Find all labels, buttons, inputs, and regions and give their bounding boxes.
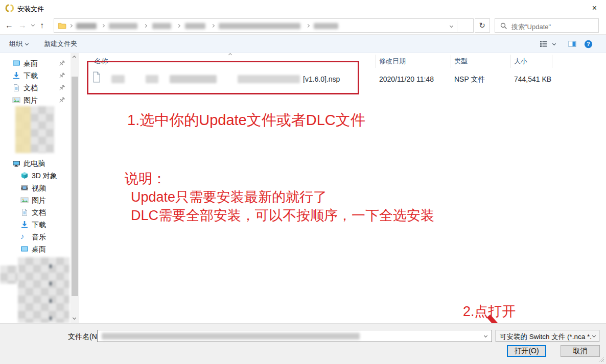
view-details-icon[interactable] (540, 40, 548, 48)
sidebar-item-label: 文档 (24, 84, 38, 93)
sidebar-item-desktop-pc[interactable]: 桌面 (0, 243, 69, 255)
sidebar-scrollbar[interactable] (71, 53, 79, 323)
breadcrumb-segment[interactable] (76, 23, 97, 29)
svg-text:?: ? (587, 41, 590, 47)
filetype-select[interactable]: 可安装的 Switch 文件 (*.nca *. (496, 330, 599, 342)
resize-grip[interactable] (598, 356, 604, 362)
censored-filename-part (146, 75, 158, 83)
documents-icon (20, 208, 29, 216)
column-separator (552, 55, 552, 68)
organize-label: 组织 (9, 39, 22, 48)
sidebar-item-videos[interactable]: 视频 (0, 182, 69, 194)
videos-icon (20, 184, 29, 192)
breadcrumb-segment[interactable] (314, 23, 338, 29)
pictures-icon (20, 196, 29, 204)
sidebar-item-label: 3D 对象 (32, 172, 57, 181)
breadcrumb-chevron-icon (101, 24, 105, 28)
column-header-type[interactable]: 类型 (454, 57, 468, 66)
column-header-date[interactable]: 修改日期 (379, 57, 406, 66)
breadcrumb-segment[interactable] (109, 23, 137, 29)
filename-dropdown-icon[interactable] (484, 334, 487, 337)
column-separator (510, 55, 510, 68)
app-icon (5, 4, 14, 13)
search-box[interactable]: 搜索"Update" (495, 18, 599, 33)
pin-icon (58, 84, 65, 91)
scroll-up-icon[interactable] (73, 56, 76, 59)
new-folder-label: 新建文件夹 (44, 39, 77, 48)
search-input[interactable]: 搜索"Update" (511, 22, 551, 32)
breadcrumb-chevron-icon (69, 24, 73, 28)
column-separator (376, 55, 376, 68)
command-toolbar: 组织 新建文件夹 ? (0, 35, 606, 53)
downloads-icon (20, 221, 29, 229)
sidebar-item-documents[interactable]: 文档 (0, 82, 69, 94)
up-button[interactable]: ↑ (40, 19, 44, 32)
sidebar-item-downloads[interactable]: 下载 (0, 69, 69, 82)
address-dropdown-icon[interactable] (450, 24, 453, 28)
censored-sidebar-strip (0, 265, 18, 284)
filetype-dropdown-icon (592, 334, 596, 337)
sidebar-item-label: 图片 (32, 196, 46, 205)
sidebar-item-this-pc[interactable]: 此电脑 (0, 157, 69, 169)
new-folder-button[interactable]: 新建文件夹 (44, 35, 77, 53)
sidebar-item-label: 此电脑 (24, 159, 45, 168)
censored-filename-part (170, 75, 217, 83)
preview-pane-icon[interactable] (568, 40, 576, 48)
breadcrumb-segment[interactable] (219, 23, 300, 29)
organize-button[interactable]: 组织 (9, 35, 28, 53)
history-dropdown-icon[interactable] (31, 23, 35, 27)
help-icon[interactable]: ? (584, 40, 592, 48)
filetype-value: 可安装的 Switch 文件 (*.nca *. (500, 332, 592, 342)
sidebar-item-documents-pc[interactable]: 文档 (0, 206, 69, 219)
music-icon: ♪ (20, 232, 25, 240)
forward-button[interactable]: → (18, 19, 27, 32)
address-separator (457, 20, 457, 32)
scroll-down-icon[interactable] (73, 316, 76, 320)
pictures-icon (12, 96, 20, 104)
censored-filename-value (102, 333, 360, 339)
desktop-icon (12, 59, 20, 67)
sidebar-item-pictures[interactable]: 图片 (0, 94, 69, 106)
censored-drives-block (18, 257, 69, 323)
sidebar-item-desktop[interactable]: 桌面 (0, 57, 69, 69)
chevron-down-icon (25, 42, 29, 45)
main-area: 桌面 下载 (0, 53, 606, 323)
breadcrumb-chevron-icon (177, 24, 180, 28)
filename-input[interactable] (97, 330, 492, 342)
sidebar-item-label: 下载 (24, 71, 38, 81)
sidebar-item-downloads-pc[interactable]: 下载 (0, 219, 69, 231)
sidebar-item-label: 图片 (24, 96, 38, 105)
sidebar-item-pictures-pc[interactable]: 图片 (0, 194, 69, 206)
sidebar-item-label: 桌面 (24, 59, 38, 68)
scrollbar-thumb[interactable] (72, 77, 78, 296)
file-row[interactable]: [v1.6.0].nsp 2020/11/20 11:48 NSP 文件 744… (79, 69, 601, 90)
cancel-button[interactable]: 取消 (561, 345, 600, 357)
pin-icon (58, 96, 65, 104)
sidebar-item-label: 文档 (32, 208, 46, 217)
refresh-button[interactable]: ↻ (475, 18, 490, 33)
file-type: NSP 文件 (454, 75, 485, 84)
sidebar-item-3d-objects[interactable]: 3D 对象 (0, 169, 69, 182)
view-dropdown-icon[interactable] (552, 42, 556, 45)
open-button[interactable]: 打开(O) (507, 345, 546, 357)
file-size: 744,541 KB (514, 75, 551, 83)
column-header-name[interactable]: 名称 (95, 57, 108, 66)
file-open-dialog: 安装文件 × ← → ↑ (0, 0, 606, 364)
close-button[interactable]: × (583, 0, 606, 16)
breadcrumb-segment[interactable] (152, 23, 171, 29)
filename-label: 文件名(N): (68, 332, 101, 342)
dialog-footer: 文件名(N): 可安装的 Switch 文件 (*.nca *. 打开(O) 取… (0, 323, 606, 364)
back-button[interactable]: ← (5, 19, 13, 32)
sidebar-item-music[interactable]: ♪ 音乐 (0, 231, 69, 243)
breadcrumb-chevron-icon (211, 24, 215, 28)
pin-icon (58, 72, 65, 79)
address-bar[interactable] (54, 18, 474, 33)
title-bar: 安装文件 × (0, 0, 606, 16)
breadcrumb-segment[interactable] (185, 23, 205, 29)
file-name-suffix: [v1.6.0].nsp (303, 75, 340, 83)
sidebar-item-label: 视频 (32, 184, 46, 193)
downloads-icon (12, 71, 20, 80)
window-title: 安装文件 (17, 5, 44, 14)
column-header-size[interactable]: 大小 (514, 57, 527, 66)
this-pc-icon (12, 159, 20, 167)
